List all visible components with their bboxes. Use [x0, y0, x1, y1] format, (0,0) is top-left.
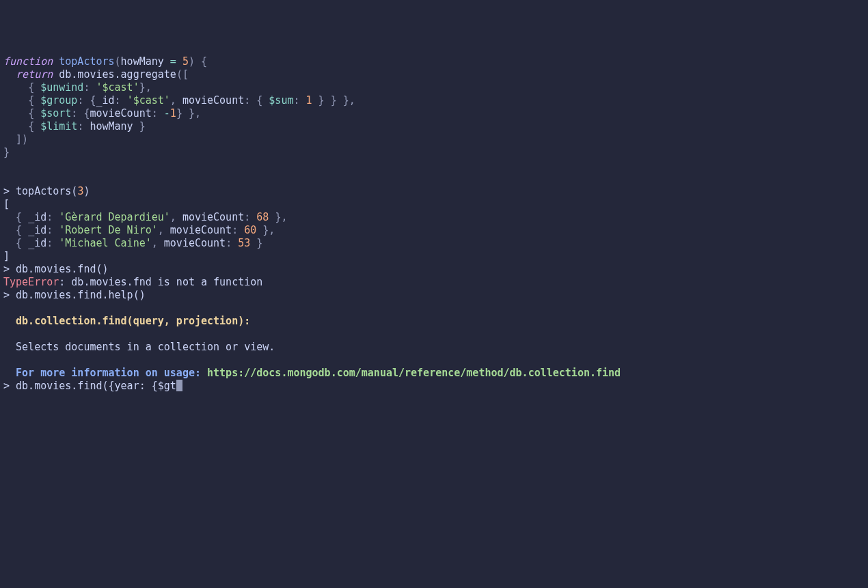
- colon: :: [46, 211, 53, 223]
- punct: ]): [16, 133, 28, 145]
- minus-op: -: [164, 107, 170, 120]
- result-mc-key: movieCount: [170, 224, 232, 236]
- colon: :: [46, 237, 53, 249]
- result-id-key: _id: [28, 211, 46, 223]
- brace-open: {: [28, 120, 34, 132]
- brace-open: {: [16, 237, 22, 249]
- colon: :: [83, 81, 90, 94]
- unwind-key: $unwind: [40, 81, 83, 94]
- parameter: howMany: [121, 55, 164, 68]
- sort-key: $sort: [40, 107, 71, 120]
- error-msg: : db.movies.fnd is not a function: [59, 276, 262, 288]
- result-id-key: _id: [28, 237, 46, 249]
- prompt-symbol: >: [3, 185, 10, 197]
- result-count-1: 60: [244, 224, 256, 236]
- id-key: _id: [96, 94, 114, 107]
- moviecount-key: movieCount: [182, 94, 244, 107]
- error-type: TypeError: [3, 276, 59, 288]
- brace-close: },: [275, 211, 287, 223]
- comma: ,: [152, 237, 158, 249]
- prompt-symbol: >: [3, 263, 10, 275]
- brace-open: {: [16, 211, 22, 223]
- colon: :: [244, 211, 250, 223]
- help-signature: db.collection.find(query, projection):: [16, 315, 250, 327]
- result-mc-key: movieCount: [182, 211, 244, 223]
- bracket-open: [: [3, 198, 10, 210]
- call-fn: topActors: [16, 185, 71, 197]
- paren: ): [83, 185, 90, 197]
- fnd-call: db.movies.fnd(): [16, 263, 108, 275]
- cursor-icon: [176, 380, 182, 391]
- default-value: 5: [182, 55, 189, 68]
- keyword-function: function: [3, 55, 53, 68]
- limit-val: howMany: [90, 120, 133, 132]
- comma: ,: [170, 94, 176, 107]
- comma: ,: [170, 211, 176, 223]
- colon: :: [293, 94, 299, 107]
- brace-close: } },: [176, 107, 201, 120]
- sum-key: $sum: [269, 94, 293, 107]
- id-val: '$cast': [127, 94, 170, 107]
- brace-close: } } },: [318, 94, 355, 107]
- sort-field: movieCount: [90, 107, 151, 120]
- colon: :: [226, 237, 232, 249]
- result-id-1: 'Robert De Niro': [59, 224, 158, 236]
- sum-val: 1: [306, 94, 312, 107]
- brace-close: },: [262, 224, 275, 236]
- equals-op: =: [170, 55, 176, 68]
- colon: :: [244, 94, 250, 107]
- brace-open: {: [28, 81, 34, 94]
- result-id-2: 'Michael Caine': [59, 237, 151, 249]
- colon: :: [46, 224, 53, 236]
- terminal-output[interactable]: function topActors(howMany = 5) { return…: [3, 55, 865, 393]
- colon: :: [77, 94, 83, 107]
- result-count-2: 53: [238, 237, 250, 249]
- brace-open: {: [16, 224, 22, 236]
- brace-open: {: [201, 55, 207, 68]
- brace-open: {: [256, 94, 262, 107]
- comma: ,: [158, 224, 164, 236]
- prompt-symbol: >: [3, 289, 10, 301]
- bracket-close: ]: [3, 250, 10, 262]
- colon: :: [71, 107, 77, 120]
- db-call: db.movies.aggregate: [59, 68, 176, 81]
- help-description: Selects documents in a collection or vie…: [16, 341, 275, 353]
- brace-open: {: [28, 107, 34, 120]
- colon: :: [115, 94, 121, 107]
- paren-open: (: [115, 55, 121, 68]
- keyword-return: return: [16, 68, 53, 81]
- brace-close: }: [256, 237, 262, 249]
- brace-open: {: [28, 94, 34, 107]
- result-id-key: _id: [28, 224, 46, 236]
- brace-close: },: [139, 81, 152, 94]
- colon: :: [152, 107, 158, 120]
- brace-close: }: [3, 146, 10, 158]
- result-mc-key: movieCount: [164, 237, 226, 249]
- paren-close: ): [189, 55, 195, 68]
- punct: ([: [176, 68, 189, 81]
- result-id-0: 'Gèrard Depardieu': [59, 211, 170, 223]
- colon: :: [77, 120, 83, 132]
- unwind-val: '$cast': [96, 81, 139, 94]
- prompt-symbol: >: [3, 380, 10, 392]
- colon: :: [232, 224, 238, 236]
- current-input[interactable]: db.movies.find({year: {$gt: [16, 380, 176, 392]
- limit-key: $limit: [40, 120, 77, 132]
- sort-dir: 1: [170, 107, 176, 120]
- group-key: $group: [40, 94, 77, 107]
- help-more-info: For more information on usage:: [16, 367, 207, 379]
- result-count-0: 68: [256, 211, 269, 223]
- help-call: db.movies.find.help(): [16, 289, 146, 301]
- brace-close: }: [139, 120, 146, 132]
- function-name: topActors: [59, 55, 114, 68]
- help-url[interactable]: https://docs.mongodb.com/manual/referenc…: [207, 367, 621, 379]
